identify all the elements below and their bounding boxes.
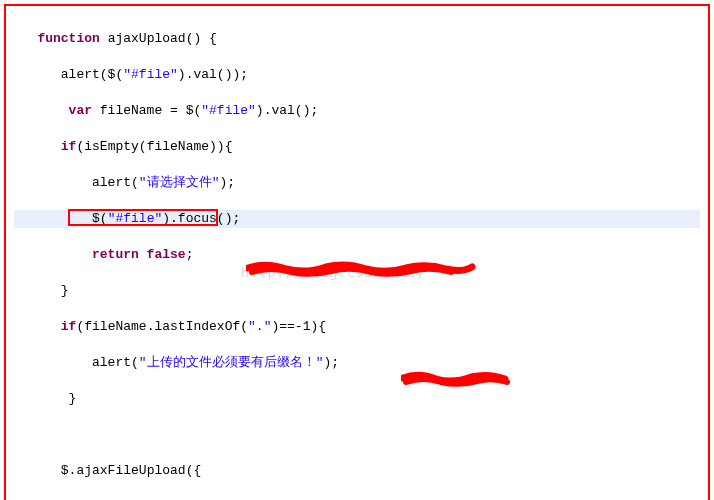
code-line: alert("请选择文件"); — [14, 174, 700, 192]
code-line: alert("上传的文件必须要有后缀名！"); — [14, 354, 700, 372]
code-line: alert($("#file").val()); — [14, 66, 700, 84]
code-line: } — [14, 282, 700, 300]
code-line: return false; — [14, 246, 700, 264]
code-line: var fileName = $("#file").val(); — [14, 102, 700, 120]
watermark: http://blog.csdn.net/ — [241, 264, 426, 282]
code-line: } — [14, 390, 700, 408]
code-line: if(isEmpty(fileName)){ — [14, 138, 700, 156]
code-line-highlighted: $("#file").focus(); — [14, 210, 700, 228]
code-line: $.ajaxFileUpload({ — [14, 462, 700, 480]
code-line: function ajaxUpload() { — [14, 30, 700, 48]
code-line: if(fileName.lastIndexOf(".")==-1){ — [14, 318, 700, 336]
code-line — [14, 426, 700, 444]
code-editor: function ajaxUpload() { alert($("#file")… — [4, 4, 710, 500]
